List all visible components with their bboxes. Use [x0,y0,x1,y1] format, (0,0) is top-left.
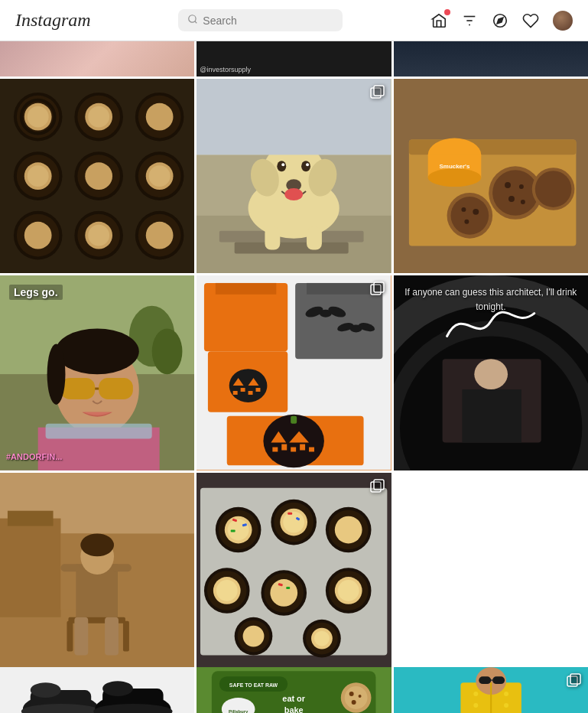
svg-text:SAFE TO EAT RAW: SAFE TO EAT RAW [229,682,278,688]
svg-point-66 [427,168,481,187]
svg-point-175 [271,579,298,607]
svg-point-72 [508,196,515,202]
svg-rect-133 [462,389,521,443]
list-item[interactable]: @investorsupply [197,41,391,77]
svg-point-208 [349,692,354,696]
svg-point-53 [282,163,285,166]
list-item[interactable] [394,41,588,77]
svg-text:bake: bake [284,705,304,713]
svg-point-71 [519,184,524,189]
svg-rect-99 [216,283,276,295]
svg-rect-177 [287,587,291,589]
svg-point-77 [473,209,479,215]
multi-post-icon [370,85,385,100]
filter-icon[interactable] [461,12,478,29]
svg-rect-45 [235,243,349,254]
heart-icon[interactable] [522,12,539,29]
svg-rect-109 [307,283,371,295]
svg-point-210 [352,700,356,705]
svg-rect-105 [241,388,245,392]
svg-point-73 [521,200,525,204]
svg-marker-6 [497,18,503,24]
svg-point-198 [102,681,133,696]
svg-rect-57 [307,227,322,250]
svg-point-16 [88,106,109,128]
svg-point-188 [314,630,330,646]
list-item[interactable]: Smucker's [394,79,588,273]
avatar[interactable] [553,11,573,31]
multi-post-icon [567,673,582,689]
svg-rect-58 [197,79,391,155]
search-bar[interactable] [178,9,343,31]
svg-rect-123 [291,448,297,452]
list-item[interactable]: If anyone can guess this architect, I'll… [394,275,588,470]
bottom-partial-row: SAFE TO EAT RAW eat or bake Pillsbury Li… [0,667,588,713]
list-item[interactable] [0,41,194,77]
svg-rect-104 [233,391,238,395]
svg-point-55 [285,188,304,200]
svg-point-184 [243,625,265,646]
svg-rect-159 [231,529,236,532]
search-input[interactable] [203,15,333,27]
svg-point-224 [473,703,478,708]
svg-point-225 [504,703,508,708]
svg-point-37 [88,225,109,246]
list-item[interactable] [394,667,588,713]
svg-rect-190 [374,480,384,490]
svg-point-207 [345,686,368,709]
header: Instagram [0,0,588,41]
photo-grid: Smucker's [0,79,588,667]
svg-rect-106 [249,391,253,395]
svg-point-70 [505,182,511,188]
home-notification-badge [444,9,450,15]
svg-point-94 [47,344,66,405]
list-item[interactable] [0,667,194,713]
svg-point-19 [146,103,174,131]
svg-point-23 [28,165,49,187]
svg-line-1 [195,21,197,24]
svg-text:eat or: eat or [283,694,306,703]
svg-rect-90 [60,378,95,399]
list-item[interactable] [197,473,391,667]
svg-point-0 [189,15,196,22]
list-item[interactable] [197,79,391,273]
svg-point-168 [335,516,362,543]
multi-post-icon [370,479,385,494]
svg-point-54 [306,163,309,166]
instagram-logo[interactable]: Instagram [15,10,91,31]
search-icon [187,14,198,27]
svg-rect-122 [282,444,288,451]
svg-point-11 [28,106,49,128]
svg-point-75 [450,197,489,235]
svg-point-51 [278,161,287,171]
svg-point-163 [284,511,305,532]
svg-point-69 [492,170,538,216]
home-icon[interactable] [430,12,447,29]
architect-caption: If anyone can guess this architect, I'll… [394,285,588,314]
svg-point-194 [31,682,61,698]
list-item[interactable] [197,275,391,470]
svg-rect-127 [374,282,384,292]
svg-text:Pillsbury: Pillsbury [229,709,249,713]
svg-rect-60 [374,86,384,96]
svg-point-209 [359,695,362,698]
svg-point-172 [216,580,238,601]
svg-point-76 [461,207,466,212]
svg-rect-107 [256,388,261,392]
compass-icon[interactable] [492,12,508,29]
list-item[interactable]: Legs go. #ANDORFIN... [0,275,194,470]
svg-point-85 [152,329,183,375]
list-item[interactable] [0,79,194,273]
svg-point-30 [149,165,171,187]
andorfin-tag: #ANDORFIN... [6,452,62,461]
svg-point-80 [534,171,571,207]
svg-point-222 [473,692,478,696]
list-item[interactable] [0,473,194,667]
list-item[interactable]: SAFE TO EAT RAW eat or bake Pillsbury Li… [197,667,391,713]
svg-rect-124 [300,444,305,451]
svg-point-156 [228,519,249,540]
nav-icons [430,11,573,31]
svg-rect-121 [273,448,278,452]
username-overlay: @investorsupply [200,66,251,73]
top-partial-row: @investorsupply [0,41,588,77]
